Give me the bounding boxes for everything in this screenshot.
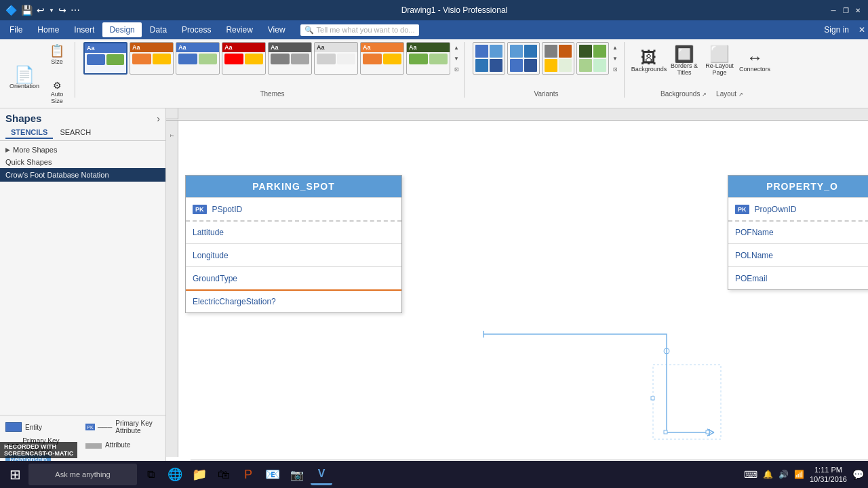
tab-search[interactable]: SEARCH <box>54 127 96 139</box>
theme-box-6[interactable]: Aa <box>314 42 358 75</box>
quick-access-more[interactable]: ⋯ <box>71 5 80 16</box>
variants-more[interactable]: ⊡ <box>610 64 620 74</box>
field-propownid: PropOwnID <box>755 205 797 214</box>
powerpoint-app[interactable]: P <box>237 464 259 485</box>
close-button[interactable]: ✕ <box>853 5 863 15</box>
sign-in-button[interactable]: Sign in <box>818 24 854 36</box>
pk-badge-propownid: PK <box>735 205 749 214</box>
variants-scroll-up[interactable]: ▲ <box>610 43 620 52</box>
active-stencil[interactable]: Crow's Foot Database Notation <box>0 168 165 182</box>
menu-close-icon[interactable]: ✕ <box>859 25 865 35</box>
theme-box-8[interactable]: Aa <box>406 42 450 75</box>
sys-icon-1[interactable]: ⌨ <box>744 469 757 480</box>
camera-app[interactable]: 📷 <box>286 464 308 485</box>
notification-button[interactable]: 💬 <box>852 469 864 480</box>
start-button[interactable]: ⊞ <box>4 464 26 485</box>
variant-1[interactable] <box>473 42 505 75</box>
field-polname: POLName <box>735 251 773 260</box>
undo-dropdown[interactable]: ▼ <box>49 7 54 14</box>
connectors-button[interactable]: ↔ Connectors <box>738 42 771 80</box>
layout-expand[interactable]: ↗ <box>738 92 743 98</box>
menu-data[interactable]: Data <box>143 22 174 37</box>
pk-badge-legend: PK <box>85 424 95 430</box>
ribbon-page-setup-buttons: 📄 Orientation 📋 Size ⚙ Auto Size <box>8 42 71 114</box>
orientation-icon: 📄 <box>14 66 35 83</box>
borders-label: Borders & Titles <box>669 62 699 76</box>
quick-shapes-item[interactable]: Quick Shapes <box>0 156 165 168</box>
menu-search[interactable]: 🔍 Tell me what you want to do... <box>300 24 419 36</box>
menu-insert[interactable]: Insert <box>67 22 101 37</box>
themes-more[interactable]: ⊡ <box>452 64 461 74</box>
auto-size-icon: ⚙ <box>53 80 62 91</box>
svg-rect-9 <box>664 430 667 434</box>
variant-3[interactable] <box>542 42 574 75</box>
table-parking-spot[interactable]: PARKING_SPOT PK PSpotID Lattitude Longit… <box>185 175 402 313</box>
legend-attribute[interactable]: Attribute <box>85 437 160 452</box>
backgrounds-group-label: Backgrounds ↗ Layout ↗ <box>660 89 743 98</box>
theme-box-7[interactable]: Aa <box>360 42 404 75</box>
variant-4[interactable] <box>576 42 609 75</box>
taskview-icon: ⧉ <box>147 468 155 481</box>
borders-titles-button[interactable]: 🔲 Borders & Titles <box>668 42 701 80</box>
search-icon: 🔍 <box>304 26 314 35</box>
variants-scroll-down[interactable]: ▼ <box>610 54 620 63</box>
save-icon[interactable]: 💾 <box>21 5 33 16</box>
entity-shape <box>5 422 22 432</box>
menu-review[interactable]: Review <box>219 22 259 37</box>
theme-box-4[interactable]: Aa <box>222 42 266 75</box>
svg-point-1 <box>664 348 669 354</box>
sys-icon-3[interactable]: 🔊 <box>778 470 789 479</box>
store-app[interactable]: 🛍 <box>213 464 235 485</box>
themes-scroll-down[interactable]: ▼ <box>452 54 461 63</box>
search-taskbar[interactable]: Ask me anything <box>28 464 137 485</box>
menu-home[interactable]: Home <box>31 22 66 37</box>
ruler-left-mark: 7 <box>169 134 175 137</box>
theme-box-3[interactable]: Aa <box>176 42 220 75</box>
canvas-area[interactable]: 1 2 3 4 5 6 7 8 7 <box>166 108 868 469</box>
legend-pk-attribute[interactable]: PK ─── Primary Key Attribute <box>85 420 160 434</box>
pk-attr-label: Primary Key Attribute <box>115 420 160 434</box>
restore-button[interactable]: ❐ <box>841 5 850 15</box>
mail-app[interactable]: 📧 <box>262 464 283 485</box>
mail-icon: 📧 <box>265 467 280 482</box>
menu-file[interactable]: File <box>3 22 29 37</box>
visio-app[interactable]: V <box>311 464 332 485</box>
themes-scroll-up[interactable]: ▲ <box>452 43 461 52</box>
backgrounds-expand[interactable]: ↗ <box>702 92 707 98</box>
shapes-panel: Shapes › STENCILS SEARCH ▶ More Shapes Q… <box>0 108 166 469</box>
taskview-button[interactable]: ⧉ <box>140 464 161 485</box>
svg-line-3 <box>707 432 714 436</box>
backgrounds-button[interactable]: 🖼 Backgrounds <box>633 42 665 80</box>
menu-view[interactable]: View <box>261 22 292 37</box>
tab-stencils[interactable]: STENCILS <box>5 127 53 139</box>
menu-design[interactable]: Design <box>102 22 141 37</box>
edge-browser[interactable]: 🌐 <box>164 464 186 485</box>
auto-size-label: Auto Size <box>45 91 69 104</box>
menu-process[interactable]: Process <box>175 22 218 37</box>
table-property-owner[interactable]: PROPERTY_O PK PropOwnID POFName POLName … <box>728 175 868 290</box>
table-row-lattitude: Lattitude <box>186 220 401 243</box>
canvas-content[interactable]: PARKING_SPOT PK PSpotID Lattitude Longit… <box>178 121 868 469</box>
minimize-button[interactable]: ─ <box>829 5 838 15</box>
theme-box-5[interactable]: Aa <box>268 42 312 75</box>
menu-bar: File Home Insert Design Data Process Rev… <box>0 20 868 39</box>
orientation-button[interactable]: 📄 Orientation <box>8 59 41 97</box>
shapes-collapse-button[interactable]: › <box>157 113 160 124</box>
variant-2[interactable] <box>507 42 540 75</box>
clock[interactable]: 1:11 PM 10/31/2016 <box>810 465 847 485</box>
sys-icon-4[interactable]: 📶 <box>794 470 804 479</box>
theme-box-2[interactable]: Aa <box>130 42 174 75</box>
relayout-button[interactable]: ⬜ Re-Layout Page <box>703 42 736 80</box>
pk-badge-pspotid: PK <box>193 205 207 214</box>
relayout-label: Re-Layout Page <box>705 62 734 76</box>
theme-box-1[interactable]: Aa <box>83 42 127 75</box>
backgrounds-icon: 🖼 <box>641 49 657 66</box>
table-row-electriccharge: ElectricChargeStation? <box>186 289 401 312</box>
undo-icon[interactable]: ↩ <box>37 5 45 16</box>
redo-icon[interactable]: ↪ <box>58 5 66 16</box>
sys-icon-2[interactable]: 🔔 <box>763 470 773 479</box>
file-explorer[interactable]: 📁 <box>189 464 210 485</box>
size-button[interactable]: 📋 Size <box>43 42 71 77</box>
legend-entity[interactable]: Entity <box>5 420 80 434</box>
more-shapes-item[interactable]: ▶ More Shapes <box>0 144 165 156</box>
